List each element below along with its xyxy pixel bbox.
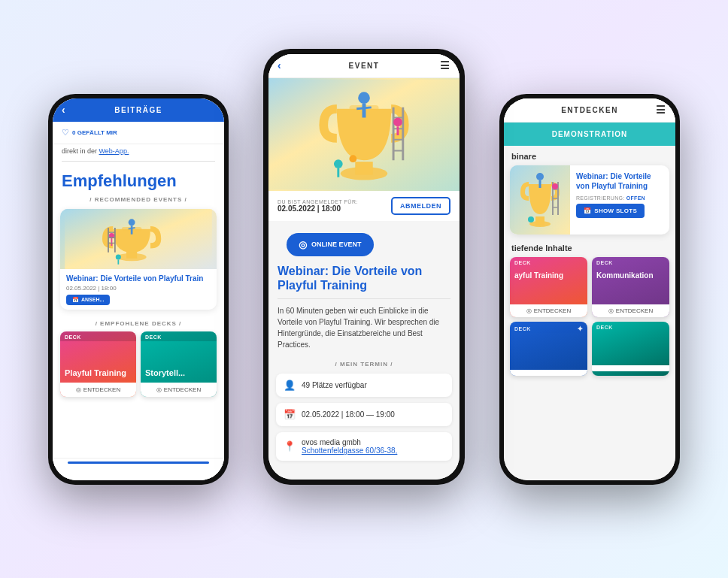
left-screen: ‹ BEITRÄGE ♡ 0 GEFÄLLT MIR direkt in der… — [53, 98, 224, 480]
trophy-illustration-center — [268, 78, 460, 191]
web-app-text: direkt in der — [62, 147, 99, 155]
like-text: 0 GEFÄLLT MIR — [72, 129, 117, 136]
right-deck-2[interactable]: DECK Kommunikation ◎ ENTDECKEN — [592, 257, 669, 317]
location-info: ovos media gmbh Schottenfeldgasse 60/36-… — [302, 438, 397, 455]
right-header-title: ENTDECKEN — [561, 106, 618, 114]
right-deck-1-footer: ◎ ENTDECKEN — [510, 304, 587, 317]
deck-card-2-body: Storytell... — [141, 341, 217, 383]
center-header: ‹ EVENT ☰ — [268, 54, 460, 78]
right-deck-4[interactable]: DECK — [592, 322, 669, 376]
right-deck-1-header: DECK — [510, 257, 587, 267]
left-header: ‹ BEITRÄGE — [53, 98, 224, 122]
recommended-events-label: / RECOMMENDED EVENTS / — [53, 193, 224, 209]
webinar-card-title: Webinar: Die Vorteile von Playful Traini… — [576, 171, 663, 191]
online-icon: ◎ — [299, 239, 307, 250]
decks-row: DECK Playful Training ◎ ENTDECKEN DECK — [53, 331, 224, 397]
slot-datetime: 📅 02.05.2022 | 18:00 — 19:00 — [276, 403, 452, 426]
title-divider — [278, 298, 450, 299]
right-screen: ENTDECKEN ☰ DEMONSTRATION binare — [504, 98, 675, 480]
location-icon: 📍 — [284, 440, 296, 452]
right-deck-4-header: DECK — [592, 322, 669, 331]
webinar-card[interactable]: Webinar: Die Vorteile von Playful Traini… — [510, 165, 669, 235]
deck-card-1-body: Playful Training — [60, 341, 136, 383]
datetime-icon: 📅 — [284, 409, 296, 420]
datetime-text: 02.05.2022 | 18:00 — 19:00 — [302, 410, 395, 419]
event-card-ansehen-button[interactable]: 📅 ANSEH... — [66, 295, 110, 305]
left-content: ♡ 0 GEFÄLLT MIR direkt in der Web-App. E… — [53, 122, 224, 458]
center-back-button[interactable]: ‹ — [278, 59, 282, 71]
svg-point-16 — [358, 92, 370, 104]
right-deck-3[interactable]: DECK ✦ — [510, 322, 587, 376]
web-app-link[interactable]: Web-App. — [99, 147, 129, 155]
center-header-title: EVENT — [349, 62, 380, 70]
center-event-title: Webinar: Die Vorteile von Playful Traini… — [268, 264, 460, 298]
deck-card-1[interactable]: DECK Playful Training ◎ ENTDECKEN — [60, 331, 136, 397]
left-back-button[interactable]: ‹ — [62, 104, 66, 116]
right-deck-2-body: Kommunikation — [592, 267, 669, 304]
svg-point-11 — [116, 254, 121, 259]
show-slots-button[interactable]: 📅 SHOW SLOTS — [576, 204, 645, 218]
webinare-label: binare — [504, 146, 675, 165]
location-name: ovos media gmbh — [302, 438, 397, 446]
event-card-title: Webinar: Die Vorteile von Playful Train — [66, 274, 211, 283]
explore-label-r1: ENTDECKEN — [534, 307, 571, 314]
online-event-button[interactable]: ◎ ONLINE EVENT — [287, 233, 374, 256]
center-screen: ‹ EVENT ☰ — [268, 54, 460, 480]
event-description: In 60 Minuten geben wir euch Einblicke i… — [268, 305, 460, 358]
svg-point-23 — [393, 117, 402, 126]
deck-card-2-header: DECK — [141, 331, 217, 341]
online-btn-wrapper: ◎ ONLINE EVENT — [268, 221, 460, 264]
explore-label-1: ENTDECKEN — [83, 386, 120, 393]
svg-point-25 — [349, 155, 356, 162]
slot-places: 👤 49 Plätze verfügbar — [276, 374, 452, 397]
svg-point-24 — [334, 159, 343, 168]
registrierung-status: OFFEN — [626, 195, 645, 201]
svg-rect-14 — [355, 162, 372, 175]
left-bottom-nav — [53, 458, 224, 480]
center-menu-icon[interactable]: ☰ — [440, 59, 450, 71]
deck-1-footer: ◎ ENTDECKEN — [60, 383, 136, 397]
deck-card-1-header: DECK — [60, 331, 136, 341]
event-card-left[interactable]: Webinar: Die Vorteile von Playful Train … — [60, 209, 217, 310]
center-event-hero — [268, 78, 460, 191]
phone-center: ‹ EVENT ☰ — [263, 49, 465, 485]
event-card-info: Webinar: Die Vorteile von Playful Train … — [60, 269, 217, 310]
abmelden-button[interactable]: ABMELDEN — [391, 197, 450, 215]
web-app-row: direkt in der Web-App. — [53, 144, 224, 158]
like-row: ♡ 0 GEFÄLLT MIR — [53, 122, 224, 144]
event-card-image — [60, 209, 217, 269]
explore-icon-1: ◎ — [76, 386, 81, 393]
places-icon: 👤 — [284, 380, 296, 391]
deck-card-2-name: Storytell... — [145, 368, 212, 378]
trophy-illustration-right — [510, 165, 570, 233]
right-deck-4-body — [592, 331, 669, 365]
explore-icon-r1: ◎ — [526, 307, 532, 314]
location-street[interactable]: Schottenfeldgasse 60/36-38, — [302, 446, 397, 455]
vertiefende-label: tiefende Inhalte — [504, 241, 675, 257]
right-deck-3-body — [510, 336, 587, 370]
right-deck-1-body: ayful Training — [510, 267, 587, 304]
event-info-bar: DU BIST ANGEMELDET FÜR: 02.05.2022 | 18:… — [268, 191, 460, 221]
right-menu-icon[interactable]: ☰ — [656, 104, 666, 116]
demo-banner: DEMONSTRATION — [504, 123, 675, 146]
svg-point-4 — [129, 219, 135, 225]
right-deck-2-name: Kommunikation — [596, 271, 665, 280]
right-deck-2-footer: ◎ ENTDECKEN — [592, 304, 669, 317]
calendar-icon: 📅 — [584, 207, 591, 214]
right-deck-3-header: DECK ✦ — [510, 322, 587, 336]
event-card-date: 02.05.2022 | 18:00 — [66, 285, 117, 292]
event-date-label: DU BIST ANGEMELDET FÜR: — [278, 199, 358, 204]
explore-label-r2: ENTDECKEN — [616, 307, 653, 314]
heart-icon: ♡ — [62, 128, 69, 138]
right-deck-3-footer — [510, 370, 587, 376]
mein-termin-label: / MEIN TERMIN / — [268, 358, 460, 371]
right-decks-grid: DECK ayful Training ◎ ENTDECKEN DECK — [504, 257, 675, 376]
right-deck-3-header-label: DECK — [514, 326, 531, 331]
svg-point-36 — [528, 216, 534, 222]
right-deck-1[interactable]: DECK ayful Training ◎ ENTDECKEN — [510, 257, 587, 317]
registrierung-label: REGISTRIERUNG: OFFEN — [576, 195, 663, 201]
deck-card-2[interactable]: DECK Storytell... ◎ ENTDECKEN — [141, 331, 217, 397]
svg-point-29 — [536, 173, 544, 180]
online-btn-label: ONLINE EVENT — [311, 241, 362, 248]
right-deck-2-header: DECK — [592, 257, 669, 267]
